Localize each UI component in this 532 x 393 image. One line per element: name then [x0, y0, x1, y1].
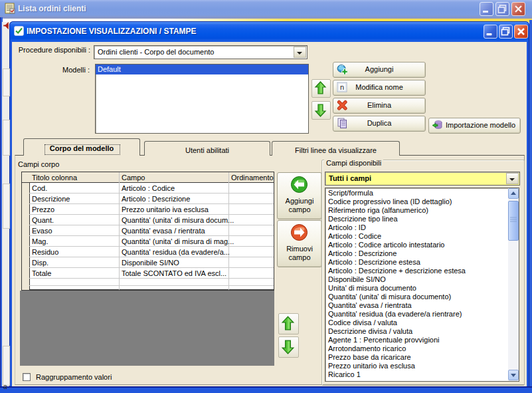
svg-text:n: n [340, 83, 344, 91]
